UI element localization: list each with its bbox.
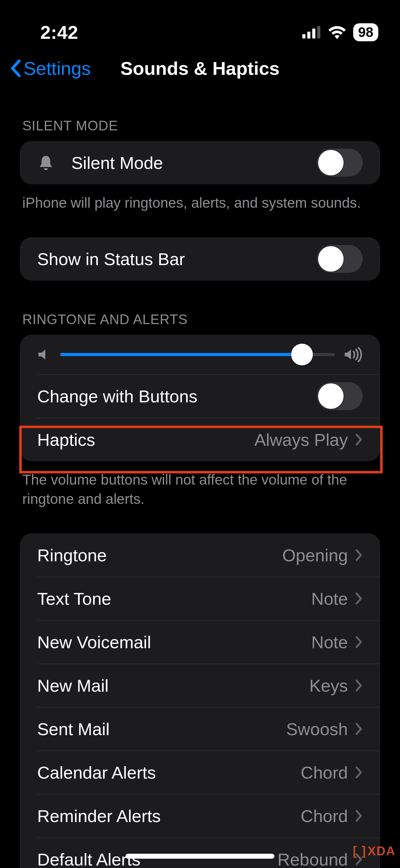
wifi-icon <box>328 26 346 39</box>
watermark: [ ]XDA <box>353 844 396 858</box>
cellular-icon <box>302 26 321 38</box>
status-bar: 2:42 98 <box>0 0 400 50</box>
svg-rect-2 <box>312 29 315 38</box>
sound-value: Opening <box>282 545 348 565</box>
chevron-right-icon <box>355 766 363 779</box>
group-sounds: RingtoneOpeningText ToneNoteNew Voicemai… <box>20 533 380 868</box>
ringtone-footer: The volume buttons will not affect the v… <box>20 461 380 508</box>
silent-mode-label: Silent Mode <box>71 153 317 173</box>
sound-label: New Voicemail <box>37 632 311 652</box>
row-sound-new-mail[interactable]: New MailKeys <box>20 664 380 707</box>
row-sound-calendar-alerts[interactable]: Calendar AlertsChord <box>20 751 380 794</box>
row-sound-default-alerts[interactable]: Default AlertsRebound <box>20 838 380 868</box>
sound-label: Reminder Alerts <box>37 806 300 826</box>
svg-rect-1 <box>307 32 310 38</box>
chevron-right-icon <box>355 679 363 692</box>
haptics-value: Always Play <box>254 430 348 450</box>
back-button[interactable]: Settings <box>10 58 91 79</box>
chevron-right-icon <box>355 723 363 735</box>
chevron-right-icon <box>355 636 363 648</box>
nav-bar: Settings Sounds & Haptics <box>0 50 400 87</box>
sound-value: Chord <box>300 763 348 783</box>
sound-value: Keys <box>309 676 348 696</box>
section-header-silent: SILENT MODE <box>20 87 380 141</box>
chevron-right-icon <box>355 592 363 605</box>
change-buttons-label: Change with Buttons <box>37 386 317 406</box>
row-volume-slider[interactable] <box>20 335 380 374</box>
status-icons: 98 <box>302 23 378 41</box>
sound-value: Swoosh <box>286 719 348 739</box>
group-silent: Silent Mode <box>20 141 380 184</box>
row-haptics[interactable]: Haptics Always Play <box>20 418 380 461</box>
volume-low-icon <box>37 348 51 361</box>
silent-footer: iPhone will play ringtones, alerts, and … <box>20 184 380 212</box>
group-statusbar: Show in Status Bar <box>20 237 380 281</box>
volume-slider[interactable] <box>60 347 335 362</box>
sound-value: Rebound <box>277 849 348 868</box>
sound-label: New Mail <box>37 676 309 696</box>
row-sound-ringtone[interactable]: RingtoneOpening <box>20 533 380 577</box>
row-sound-sent-mail[interactable]: Sent MailSwoosh <box>20 707 380 751</box>
row-silent-mode[interactable]: Silent Mode <box>20 141 380 184</box>
battery-indicator: 98 <box>353 23 378 41</box>
sound-label: Ringtone <box>37 545 282 565</box>
sound-value: Note <box>311 632 348 652</box>
sound-value: Note <box>311 589 348 609</box>
chevron-right-icon <box>355 433 363 446</box>
sound-value: Chord <box>300 806 348 826</box>
chevron-right-icon <box>355 549 363 561</box>
section-header-ringtone: RINGTONE AND ALERTS <box>20 281 380 335</box>
sound-label: Text Tone <box>37 589 311 609</box>
svg-rect-3 <box>317 26 320 38</box>
home-indicator <box>126 854 274 859</box>
sound-label: Sent Mail <box>37 719 286 739</box>
change-buttons-toggle[interactable] <box>317 382 363 410</box>
status-time: 2:42 <box>22 22 78 43</box>
svg-rect-0 <box>302 34 305 38</box>
bell-icon <box>37 154 62 172</box>
chevron-right-icon <box>355 810 363 822</box>
row-sound-reminder-alerts[interactable]: Reminder AlertsChord <box>20 794 380 838</box>
volume-high-icon <box>344 347 363 362</box>
chevron-left-icon <box>10 59 22 78</box>
show-statusbar-toggle[interactable] <box>317 245 363 273</box>
show-statusbar-label: Show in Status Bar <box>37 249 317 269</box>
group-ringtone: Change with Buttons Haptics Always Play <box>20 335 380 461</box>
page-title: Sounds & Haptics <box>120 58 279 79</box>
back-label: Settings <box>24 58 91 79</box>
haptics-label: Haptics <box>37 430 254 450</box>
row-change-with-buttons[interactable]: Change with Buttons <box>20 374 380 418</box>
row-show-statusbar[interactable]: Show in Status Bar <box>20 237 380 281</box>
silent-mode-toggle[interactable] <box>317 149 363 177</box>
sound-label: Calendar Alerts <box>37 763 300 783</box>
row-sound-text-tone[interactable]: Text ToneNote <box>20 577 380 620</box>
row-sound-new-voicemail[interactable]: New VoicemailNote <box>20 620 380 664</box>
